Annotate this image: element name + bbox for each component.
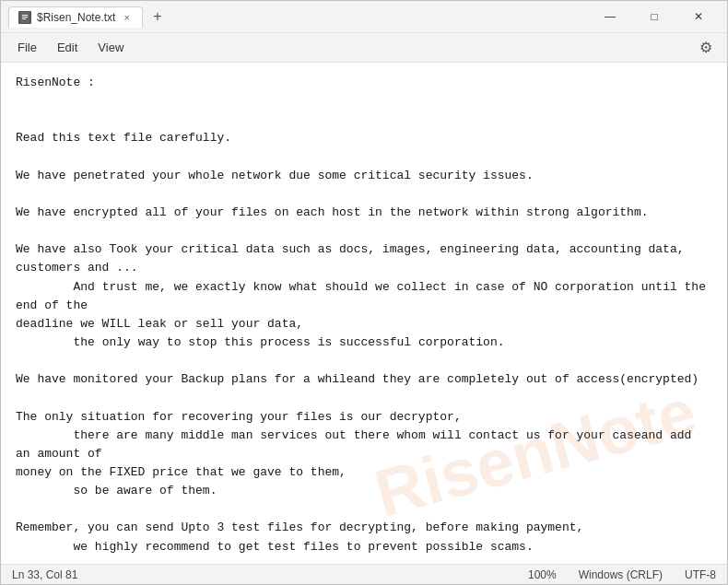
window-controls: — □ ✕ xyxy=(589,2,720,31)
svg-rect-2 xyxy=(22,17,28,18)
editor-content: RisenNote : Read this text file carefull… xyxy=(16,74,712,564)
settings-button[interactable]: ⚙ xyxy=(692,35,720,60)
menu-bar: File Edit View ⚙ xyxy=(1,33,727,63)
title-bar-left: $Risen_Note.txt × + xyxy=(8,6,589,28)
tab-close-button[interactable]: × xyxy=(121,11,132,24)
svg-rect-1 xyxy=(22,15,28,16)
notepad-window: $Risen_Note.txt × + — □ ✕ File Edit View… xyxy=(0,0,728,585)
file-menu[interactable]: File xyxy=(8,37,46,58)
active-tab[interactable]: $Risen_Note.txt × xyxy=(8,6,143,28)
editor-area[interactable]: RisenNote : Read this text file carefull… xyxy=(1,63,727,564)
new-tab-button[interactable]: + xyxy=(147,6,169,28)
view-menu[interactable]: View xyxy=(88,37,133,58)
svg-rect-3 xyxy=(22,18,26,19)
status-bar: Ln 33, Col 81 100% Windows (CRLF) UTF-8 xyxy=(1,564,727,584)
zoom-level[interactable]: 100% xyxy=(528,568,557,581)
title-bar: $Risen_Note.txt × + — □ ✕ xyxy=(1,1,727,33)
close-button[interactable]: ✕ xyxy=(677,2,720,31)
status-position: Ln 33, Col 81 xyxy=(12,568,77,581)
maximize-button[interactable]: □ xyxy=(633,2,675,31)
edit-menu[interactable]: Edit xyxy=(48,37,87,58)
tab-title: $Risen_Note.txt xyxy=(37,11,115,24)
encoding[interactable]: UTF-8 xyxy=(685,568,716,581)
cursor-position: Ln 33, Col 81 xyxy=(12,568,77,581)
file-icon xyxy=(18,11,31,24)
status-right: 100% Windows (CRLF) UTF-8 xyxy=(528,568,716,581)
minimize-button[interactable]: — xyxy=(589,2,631,31)
line-ending[interactable]: Windows (CRLF) xyxy=(579,568,663,581)
menu-items: File Edit View xyxy=(8,37,133,58)
